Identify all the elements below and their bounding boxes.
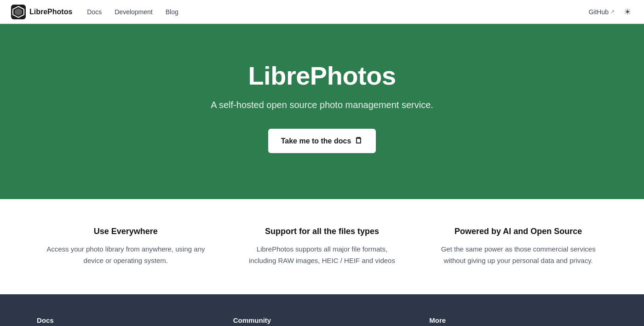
feature-title-1: Support for all the files types xyxy=(242,227,402,236)
footer-col-more: More Blog Demo ↗ xyxy=(429,316,607,326)
footer-col-community: Community Discord ↗ Development videos ↗ xyxy=(233,316,411,326)
hero-title: LibrePhotos xyxy=(11,61,633,91)
navbar-right: GitHub ↗ ☀ xyxy=(588,5,633,19)
nav-docs[interactable]: Docs xyxy=(87,8,102,16)
hero-cta-label: Take me to the docs xyxy=(281,137,351,145)
navbar: LibrePhotos Docs Development Blog GitHub… xyxy=(0,0,644,24)
nav-development[interactable]: Development xyxy=(115,8,153,16)
brand-logo-icon xyxy=(11,5,26,19)
feature-title-2: Powered by AI and Open Source xyxy=(438,227,598,236)
feature-desc-0: Access your photo library from anywhere,… xyxy=(46,244,206,267)
nav-blog[interactable]: Blog xyxy=(166,8,178,16)
theme-toggle-button[interactable]: ☀ xyxy=(622,5,633,19)
docs-icon: 🗒 xyxy=(355,136,363,146)
feature-title-0: Use Everywhere xyxy=(46,227,206,236)
theme-icon: ☀ xyxy=(624,7,631,17)
github-label: GitHub xyxy=(588,8,609,16)
footer-community-title: Community xyxy=(233,316,411,324)
features-section: Use Everywhere Access your photo library… xyxy=(0,199,644,294)
hero-cta-button[interactable]: Take me to the docs 🗒 xyxy=(268,129,376,153)
feature-desc-2: Get the same power as those commercial s… xyxy=(438,244,598,267)
feature-item-1: Support for all the files types LibrePho… xyxy=(233,227,411,267)
nav-links: Docs Development Blog xyxy=(87,8,178,16)
hero-subtitle: A self-hosted open source photo manageme… xyxy=(11,100,633,110)
external-link-icon: ↗ xyxy=(610,9,615,15)
footer: Docs Docs Development Community Discord … xyxy=(0,294,644,326)
footer-docs-title: Docs xyxy=(37,316,215,324)
hero-section: LibrePhotos A self-hosted open source ph… xyxy=(0,24,644,199)
feature-item-2: Powered by AI and Open Source Get the sa… xyxy=(429,227,607,267)
brand-link[interactable]: LibrePhotos xyxy=(11,5,72,19)
feature-item-0: Use Everywhere Access your photo library… xyxy=(37,227,215,267)
github-link[interactable]: GitHub ↗ xyxy=(588,8,615,16)
footer-col-docs: Docs Docs Development xyxy=(37,316,215,326)
brand-name: LibrePhotos xyxy=(29,8,72,16)
feature-desc-1: LibrePhotos supports all major file form… xyxy=(242,244,402,267)
footer-grid: Docs Docs Development Community Discord … xyxy=(37,316,607,326)
footer-more-title: More xyxy=(429,316,607,324)
